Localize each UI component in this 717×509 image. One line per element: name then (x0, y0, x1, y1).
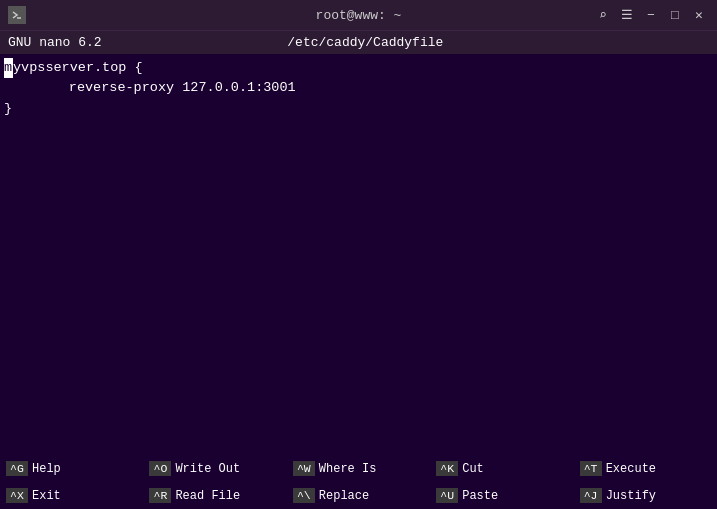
nano-version: GNU nano 6.2 (8, 35, 102, 50)
nano-header: GNU nano 6.2 /etc/caddy/Caddyfile (0, 30, 717, 54)
close-icon[interactable]: ✕ (689, 5, 709, 25)
shortcut-exit[interactable]: ^X Exit (0, 488, 143, 503)
shortcut-justify[interactable]: ^J Justify (574, 488, 717, 503)
terminal-icon (8, 6, 26, 24)
cut-label: Cut (462, 462, 484, 476)
read-file-label: Read File (175, 489, 240, 503)
editor-line-3: } (0, 99, 717, 119)
titlebar-controls: ⌕ ☰ − □ ✕ (593, 5, 709, 25)
shortcut-cut[interactable]: ^K Cut (430, 461, 573, 476)
exit-key: ^X (6, 488, 28, 503)
minimize-icon[interactable]: − (641, 5, 661, 25)
write-out-key: ^O (149, 461, 171, 476)
shortcut-help[interactable]: ^G Help (0, 461, 143, 476)
paste-label: Paste (462, 489, 498, 503)
cut-key: ^K (436, 461, 458, 476)
editor-area[interactable]: myvpsserver.top { reverse-proxy 127.0.0.… (0, 54, 717, 455)
where-is-label: Where Is (319, 462, 377, 476)
execute-key: ^T (580, 461, 602, 476)
replace-label: Replace (319, 489, 369, 503)
maximize-icon[interactable]: □ (665, 5, 685, 25)
editor-line-1: myvpsserver.top { (0, 58, 717, 78)
shortcut-where-is[interactable]: ^W Where Is (287, 461, 430, 476)
read-file-key: ^R (149, 488, 171, 503)
shortcut-write-out[interactable]: ^O Write Out (143, 461, 286, 476)
write-out-label: Write Out (175, 462, 240, 476)
search-icon[interactable]: ⌕ (593, 5, 613, 25)
nano-filename: /etc/caddy/Caddyfile (102, 35, 629, 50)
exit-label: Exit (32, 489, 61, 503)
menu-icon[interactable]: ☰ (617, 5, 637, 25)
titlebar: root@www: ~ ⌕ ☰ − □ ✕ (0, 0, 717, 30)
help-label: Help (32, 462, 61, 476)
shortcut-bar: ^G Help ^O Write Out ^W Where Is ^K Cut … (0, 455, 717, 509)
titlebar-title: root@www: ~ (316, 8, 402, 23)
where-is-key: ^W (293, 461, 315, 476)
shortcut-read-file[interactable]: ^R Read File (143, 488, 286, 503)
help-key: ^G (6, 461, 28, 476)
paste-key: ^U (436, 488, 458, 503)
justify-label: Justify (606, 489, 656, 503)
justify-key: ^J (580, 488, 602, 503)
shortcut-replace[interactable]: ^\ Replace (287, 488, 430, 503)
execute-label: Execute (606, 462, 656, 476)
titlebar-left (8, 6, 26, 24)
replace-key: ^\ (293, 488, 315, 503)
cursor: m (4, 58, 13, 78)
shortcut-paste[interactable]: ^U Paste (430, 488, 573, 503)
shortcut-row-1: ^G Help ^O Write Out ^W Where Is ^K Cut … (0, 455, 717, 482)
shortcut-row-2: ^X Exit ^R Read File ^\ Replace ^U Paste… (0, 482, 717, 509)
editor-line-2: reverse-proxy 127.0.0.1:3001 (0, 78, 717, 98)
shortcut-execute[interactable]: ^T Execute (574, 461, 717, 476)
